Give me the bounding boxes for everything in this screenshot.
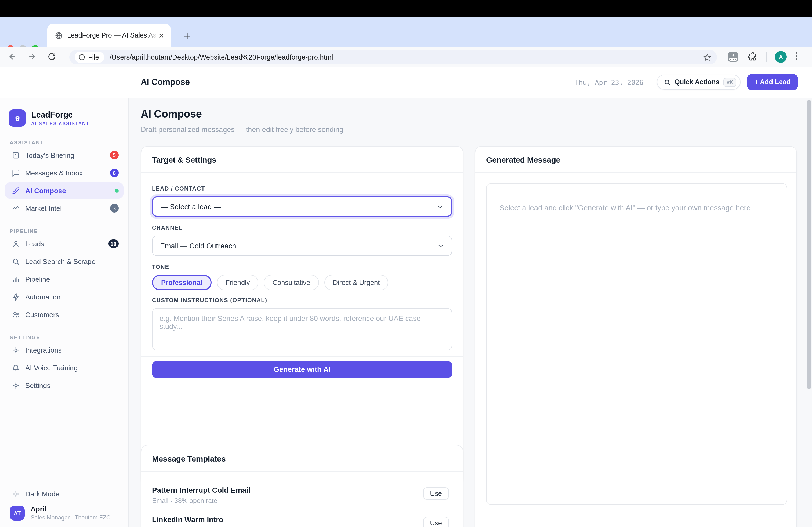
trend-icon [12, 204, 20, 212]
template-row: Pattern Interrupt Cold Email Email · 38%… [152, 486, 452, 510]
search-icon [664, 79, 671, 86]
scrollbar-thumb[interactable] [807, 100, 811, 389]
briefing-icon [12, 151, 20, 159]
tone-pill-direct-urgent[interactable]: Direct & Urgent [324, 275, 389, 290]
sidebar-item-settings[interactable]: Settings [5, 377, 124, 393]
dark-mode-icon [12, 490, 20, 498]
sidebar-item-customers[interactable]: Customers [5, 306, 124, 322]
section-label-settings: SETTINGS [0, 334, 128, 340]
sidebar-item-leads[interactable]: Leads 10 [5, 236, 124, 252]
add-lead-button[interactable]: + Add Lead [747, 74, 798, 90]
section-label-pipeline: PIPELINE [0, 228, 128, 234]
user-name: April [31, 505, 110, 513]
sidebar-item-messages-inbox[interactable]: Messages & Inbox 8 [5, 165, 124, 181]
generated-message-placeholder: Select a lead and click "Generate with A… [499, 204, 753, 212]
browser-profile-avatar[interactable]: A [775, 51, 787, 63]
use-template-button[interactable]: Use [423, 487, 449, 500]
sidebar-item-lead-search-scrape[interactable]: Lead Search & Scrape [5, 253, 124, 269]
lead-contact-label: LEAD / CONTACT [152, 185, 452, 192]
tone-pill-professional[interactable]: Professional [152, 275, 212, 290]
template-name: Pattern Interrupt Cold Email [152, 486, 452, 494]
main-content: AI Compose Draft personalized messages —… [129, 98, 812, 527]
menu-bar-area [0, 0, 812, 17]
tab-title: LeadForge Pro — AI Sales Ass [67, 32, 157, 39]
url-scheme-chip[interactable]: File [75, 51, 104, 63]
sidebar-footer: Dark Mode AT April Sales Manager · Thout… [0, 481, 128, 527]
chat-bubble-icon [12, 169, 20, 177]
lightning-icon [12, 293, 20, 301]
pencil-icon [12, 186, 20, 195]
badge: 5 [110, 151, 119, 160]
brand: LeadForge AI SALES ASSISTANT [0, 98, 128, 127]
back-icon[interactable] [8, 52, 17, 61]
sidebar-item-ai-voice-training[interactable]: AI Voice Training [5, 360, 124, 376]
sidebar-item-automation[interactable]: Automation [5, 289, 124, 305]
app-header: AI Compose Thu, Apr 23, 2026 Quick Actio… [0, 66, 812, 98]
globe-favicon-icon [55, 31, 63, 40]
quick-actions-button[interactable]: Quick Actions ⌘K [657, 75, 740, 90]
browser-toolbar: File /Users/aprilthoutam/Desktop/Website… [0, 47, 812, 66]
people-icon [12, 311, 20, 318]
integrations-icon [12, 346, 20, 354]
tone-pill-consultative[interactable]: Consultative [264, 275, 319, 290]
header-date: Thu, Apr 23, 2026 [575, 78, 643, 86]
sidebar-item-market-intel[interactable]: Market Intel 3 [5, 200, 124, 216]
close-tab-icon[interactable] [157, 31, 165, 40]
sidebar-item-ai-compose[interactable]: AI Compose [5, 182, 124, 199]
leadforge-logo-icon [9, 109, 26, 127]
badge: 10 [108, 239, 119, 248]
sidebar-item-integrations[interactable]: Integrations [5, 342, 124, 358]
section-label-assistant: ASSISTANT [0, 139, 128, 146]
url-text[interactable]: /Users/aprilthoutam/Desktop/Website/Lead… [110, 53, 333, 61]
sidebar-item-pipeline[interactable]: Pipeline [5, 271, 124, 287]
chevron-down-icon [437, 242, 444, 249]
toolbar-divider [766, 51, 767, 62]
reload-icon[interactable] [47, 52, 56, 61]
dark-mode-toggle[interactable]: Dark Mode [5, 486, 124, 502]
brand-subtitle: AI SALES ASSISTANT [31, 121, 89, 126]
extensions-puzzle-icon[interactable] [748, 51, 758, 62]
bookmark-star-icon[interactable] [703, 53, 712, 61]
page-title: AI Compose [141, 108, 202, 120]
browser-tab[interactable]: LeadForge Pro — AI Sales Ass [47, 24, 171, 47]
form-divider [141, 356, 463, 357]
person-icon [12, 240, 20, 248]
user-role: Sales Manager · Thoutam FZC [31, 514, 110, 521]
form-divider [141, 218, 463, 219]
extension-flame-icon[interactable] [728, 52, 738, 62]
tone-pill-friendly[interactable]: Friendly [217, 275, 259, 290]
search-icon [12, 257, 20, 266]
active-status-dot [115, 189, 119, 192]
template-row: LinkedIn Warm Intro LinkedIn · 52% open … [152, 516, 452, 527]
sidebar: LeadForge AI SALES ASSISTANT ASSISTANT T… [0, 98, 129, 527]
browser-menu-icon[interactable] [796, 52, 798, 60]
message-templates-title: Message Templates [152, 454, 226, 463]
screen: LeadForge Pro — AI Sales Ass File /Users… [0, 0, 812, 527]
browser-tab-strip: LeadForge Pro — AI Sales Ass [0, 17, 812, 47]
page-subtitle: Draft personalized messages — then edit … [141, 125, 344, 134]
new-tab-button[interactable] [183, 32, 192, 41]
generate-with-ai-button[interactable]: Generate with AI [152, 361, 452, 378]
app-header-title: AI Compose [141, 77, 190, 87]
channel-select[interactable]: Email — Cold Outreach [152, 236, 452, 256]
generated-message-input[interactable]: Select a lead and click "Generate with A… [486, 183, 787, 505]
brand-name: LeadForge [31, 110, 89, 120]
custom-instructions-label: CUSTOM INSTRUCTIONS (OPTIONAL) [152, 297, 452, 303]
forward-icon[interactable] [27, 52, 37, 61]
info-icon [78, 54, 85, 61]
url-bar[interactable]: File /Users/aprilthoutam/Desktop/Website… [69, 50, 717, 64]
target-settings-title: Target & Settings [152, 155, 216, 164]
template-meta: Email · 38% open rate [152, 497, 452, 505]
template-name: LinkedIn Warm Intro [152, 516, 452, 524]
user-profile[interactable]: AT April Sales Manager · Thoutam FZC [5, 502, 124, 521]
use-template-button[interactable]: Use [423, 517, 449, 527]
custom-instructions-input[interactable] [152, 308, 452, 350]
badge: 3 [110, 204, 119, 212]
sidebar-item-todays-briefing[interactable]: Today's Briefing 5 [5, 147, 124, 163]
channel-label: CHANNEL [152, 224, 452, 231]
header-divider [650, 76, 650, 88]
lead-select[interactable]: — Select a lead — [152, 196, 452, 217]
target-settings-card: Target & Settings LEAD / CONTACT — Selec… [141, 146, 463, 485]
bell-icon [12, 364, 20, 372]
tone-label: TONE [152, 264, 452, 270]
